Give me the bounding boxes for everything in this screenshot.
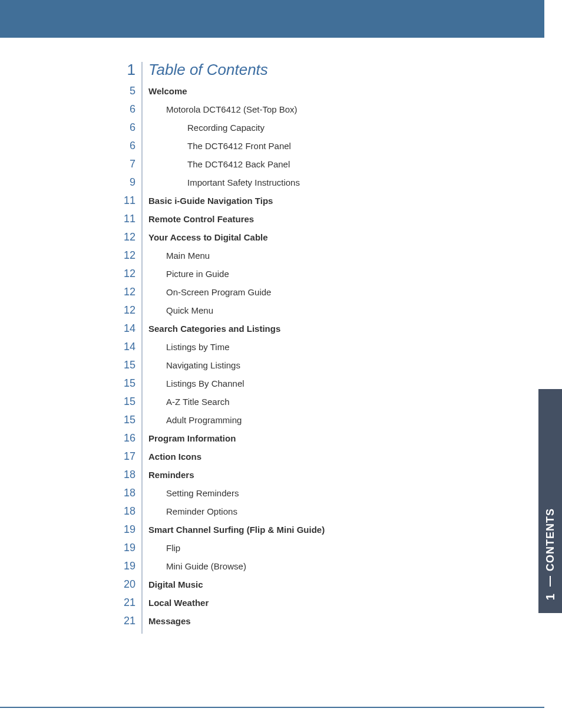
toc-page-number: 18 [112, 487, 142, 506]
toc-page-number: 18 [112, 506, 142, 524]
toc-page-number: 21 [112, 615, 142, 634]
toc-entry[interactable]: Main Menu [142, 250, 491, 268]
toc-row: 12Picture in Guide [112, 268, 491, 286]
toc-page-number: 15 [112, 378, 142, 396]
toc-row: 12Main Menu [112, 250, 491, 268]
toc-page-number: 7 [112, 159, 142, 177]
toc-entry-text: Your Access to Digital Cable [148, 233, 268, 242]
toc-page-number: 15 [112, 396, 142, 414]
toc-entry-text: Reminders [148, 470, 194, 479]
toc-entry[interactable]: Your Access to Digital Cable [142, 232, 491, 250]
toc-entry[interactable]: The DCT6412 Back Panel [142, 159, 491, 177]
toc-row: 9Important Safety Instructions [112, 177, 491, 195]
toc-entry-text: Local Weather [148, 598, 209, 607]
toc-entry[interactable]: Reminders [142, 469, 491, 487]
toc-entry[interactable]: Program Information [142, 433, 491, 451]
toc-entry[interactable]: Motorola DCT6412 (Set-Top Box) [142, 104, 491, 122]
toc-row: 18Setting Reminders [112, 487, 491, 506]
toc-page-number: 9 [112, 177, 142, 195]
toc-row: 14Listings by Time [112, 341, 491, 360]
toc-entry[interactable]: Adult Programming [142, 414, 491, 433]
section-tab-number: 1 [544, 594, 557, 600]
toc-entry-text: The DCT6412 Front Panel [148, 141, 291, 150]
toc-entry[interactable]: Local Weather [142, 597, 491, 615]
toc-entry-text: A-Z Title Search [148, 397, 230, 406]
page: 1Table of Contents5Welcome6Motorola DCT6… [0, 0, 562, 728]
toc-entry-text: Quick Menu [148, 306, 213, 315]
toc-title: Table of Contents [142, 62, 491, 85]
toc-row: 11Basic i-Guide Navigation Tips [112, 195, 491, 213]
toc-entry[interactable]: Setting Reminders [142, 487, 491, 506]
toc-entry-text: Flip [148, 543, 180, 552]
toc-entry-text: Digital Music [148, 580, 203, 589]
toc-entry[interactable]: Navigating Listings [142, 360, 491, 378]
toc-entry[interactable]: Digital Music [142, 579, 491, 597]
toc-entry[interactable]: Mini Guide (Browse) [142, 561, 491, 579]
toc-page-number: 6 [112, 104, 142, 122]
toc-page-number: 15 [112, 414, 142, 433]
toc-row: 14Search Categories and Listings [112, 323, 491, 341]
toc-row: 6Recording Capacity [112, 122, 491, 140]
toc-entry[interactable]: A-Z Title Search [142, 396, 491, 414]
toc-entry-text: Main Menu [148, 251, 210, 260]
toc-entry[interactable]: The DCT6412 Front Panel [142, 140, 491, 159]
toc-page-number: 21 [112, 597, 142, 615]
toc-row: 21Messages [112, 615, 491, 634]
toc-entry[interactable]: Listings By Channel [142, 378, 491, 396]
toc-page-number: 19 [112, 524, 142, 542]
toc-page-number: 17 [112, 451, 142, 469]
toc-row: 15Listings By Channel [112, 378, 491, 396]
toc-entry[interactable]: Listings by Time [142, 341, 491, 360]
toc-row: 19Smart Channel Surfing (Flip & Mini Gui… [112, 524, 491, 542]
toc-page-number: 12 [112, 250, 142, 268]
toc-entry[interactable]: Search Categories and Listings [142, 323, 491, 341]
toc-entry[interactable]: Flip [142, 542, 491, 561]
toc-page-number: 19 [112, 542, 142, 561]
toc-entry[interactable]: Smart Channel Surfing (Flip & Mini Guide… [142, 524, 491, 542]
toc-entry-text: Search Categories and Listings [148, 324, 280, 333]
toc-entry-text: Listings by Time [148, 342, 230, 351]
toc-row: 15Navigating Listings [112, 360, 491, 378]
footer-rule [0, 707, 544, 708]
toc-row: 18Reminders [112, 469, 491, 487]
toc-row: 6Motorola DCT6412 (Set-Top Box) [112, 104, 491, 122]
toc-entry[interactable]: Messages [142, 615, 491, 634]
toc-entry-text: Mini Guide (Browse) [148, 562, 246, 571]
toc-entry-text: Action Icons [148, 452, 201, 461]
toc-entry[interactable]: Important Safety Instructions [142, 177, 491, 195]
toc-row: 21Local Weather [112, 597, 491, 615]
toc-page-number: 11 [112, 195, 142, 213]
toc-page-number: 19 [112, 561, 142, 579]
toc-entry-text: Messages [148, 617, 191, 625]
toc-page-number: 6 [112, 122, 142, 140]
toc-entry-text: Program Information [148, 434, 236, 443]
toc-page-number: 12 [112, 305, 142, 323]
toc-entry[interactable]: Picture in Guide [142, 268, 491, 286]
toc-entry[interactable]: Remote Control Features [142, 213, 491, 232]
toc-entry-text: The DCT6412 Back Panel [148, 160, 290, 169]
toc-entry[interactable]: Recording Capacity [142, 122, 491, 140]
toc-page-number: 16 [112, 433, 142, 451]
toc-page-number: 6 [112, 140, 142, 159]
toc-entry-text: Listings By Channel [148, 379, 244, 388]
toc-entry-text: Setting Reminders [148, 489, 239, 498]
toc-entry-text: Important Safety Instructions [148, 178, 300, 187]
toc-page-number: 14 [112, 323, 142, 341]
header-bar [0, 0, 544, 38]
toc-entry[interactable]: Basic i-Guide Navigation Tips [142, 195, 491, 213]
toc-page-number: 15 [112, 360, 142, 378]
toc-row: 19Flip [112, 542, 491, 561]
toc-page-number: 18 [112, 469, 142, 487]
toc-entry[interactable]: On-Screen Program Guide [142, 286, 491, 305]
toc-entry-text: Welcome [148, 87, 187, 95]
toc-entry-text: On-Screen Program Guide [148, 288, 271, 297]
toc-row: 7The DCT6412 Back Panel [112, 159, 491, 177]
section-tab-divider [550, 576, 551, 587]
toc-entry[interactable]: Welcome [142, 85, 491, 104]
toc-page-number: 12 [112, 232, 142, 250]
toc-entry[interactable]: Reminder Options [142, 506, 491, 524]
toc-row: 15A-Z Title Search [112, 396, 491, 414]
section-tab: CONTENTS 1 [538, 389, 562, 613]
toc-entry[interactable]: Action Icons [142, 451, 491, 469]
toc-entry[interactable]: Quick Menu [142, 305, 491, 323]
